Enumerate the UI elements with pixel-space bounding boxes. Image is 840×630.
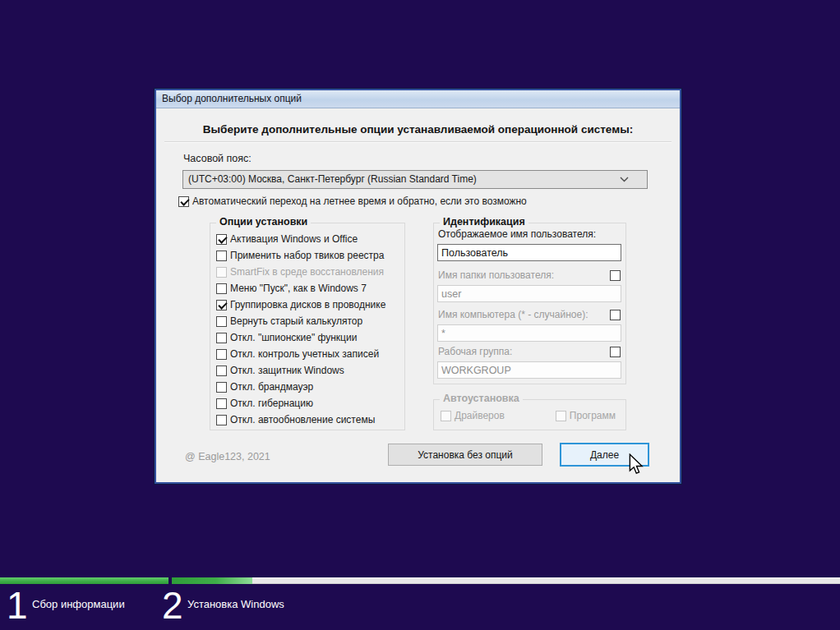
- autoinstall-label: Программ: [570, 410, 616, 421]
- install-option-label: SmartFix в среде восстановления: [230, 266, 384, 278]
- field-label: Отображаемое имя пользователя:: [438, 228, 596, 240]
- install-option-label: Группировка дисков в проводнике: [230, 299, 385, 310]
- identification-input: [437, 285, 621, 302]
- install-option-checkbox[interactable]: [216, 398, 227, 409]
- install-option-row[interactable]: Откл. гибернацию: [216, 395, 401, 412]
- step-2-label: Установка Windows: [187, 598, 284, 610]
- autoinstall-list: ДрайверовПрограмм: [441, 410, 616, 421]
- install-option-row[interactable]: Вернуть старый калькулятор: [216, 313, 401, 329]
- install-option-label: Откл. брандмауэр: [230, 381, 313, 393]
- field-label-row: Рабочая группа:: [438, 345, 621, 358]
- autoinstall-checkbox: [556, 411, 566, 421]
- install-option-checkbox[interactable]: [216, 234, 227, 245]
- install-option-checkbox[interactable]: [216, 349, 227, 360]
- install-option-label: Откл. "шпионские" функции: [230, 332, 357, 343]
- install-option-checkbox[interactable]: [216, 300, 227, 310]
- field-label-row: Отображаемое имя пользователя:: [438, 228, 621, 241]
- heading-divider: [164, 141, 672, 143]
- install-option-checkbox: [216, 267, 227, 278]
- field-label: Имя компьютера (* - случайное):: [438, 309, 588, 320]
- install-option-label: Откл. автообновление системы: [230, 414, 375, 425]
- autoinstall-group-title: Автоустановка: [440, 393, 523, 404]
- install-option-row[interactable]: Группировка дисков в проводнике: [216, 297, 401, 313]
- mouse-cursor-icon: [629, 453, 644, 480]
- autoinstall-row: Программ: [556, 410, 616, 421]
- install-option-label: Откл. контроль учетных записей: [230, 348, 379, 360]
- identification-input: [437, 361, 621, 379]
- credit-text: @ Eagle123, 2021: [185, 451, 270, 462]
- progress-segment-2: [172, 577, 840, 584]
- install-options-list: Активация Windows и OfficeПрименить набо…: [216, 231, 401, 428]
- install-option-row[interactable]: Применить набор твиков реестра: [216, 247, 401, 264]
- identification-group: Идентификация Отображаемое имя пользоват…: [433, 223, 626, 384]
- progress-fill-2: [172, 577, 252, 584]
- timezone-selected-value: (UTC+03:00) Москва, Санкт-Петербург (Rus…: [188, 171, 477, 188]
- install-without-options-button[interactable]: Установка без опций: [388, 444, 542, 466]
- enable-field-checkbox[interactable]: [610, 310, 621, 320]
- install-option-row[interactable]: Активация Windows и Office: [216, 231, 401, 247]
- step-2-number: 2: [162, 586, 183, 624]
- autoinstall-checkbox: [441, 411, 451, 421]
- install-option-label: Применить набор твиков реестра: [230, 250, 384, 261]
- dialog-heading: Выберите дополнительные опции устанавлив…: [156, 123, 680, 136]
- field-label-row: Имя папки пользователя:: [438, 269, 621, 282]
- install-option-checkbox[interactable]: [216, 415, 227, 425]
- install-option-label: Меню "Пуск", как в Windows 7: [230, 283, 367, 294]
- dialog-title: Выбор дополнительных опций: [162, 93, 302, 104]
- identification-input: [437, 324, 621, 342]
- install-options-group-title: Опции установки: [216, 216, 311, 228]
- autoinstall-row: Драйверов: [441, 410, 505, 421]
- chevron-down-icon: [620, 171, 629, 188]
- progress-segment-1: [0, 577, 168, 584]
- install-option-checkbox[interactable]: [216, 366, 227, 376]
- field-label-row: Имя компьютера (* - случайное):: [438, 308, 621, 321]
- autoinstall-label: Драйверов: [455, 410, 505, 421]
- options-dialog: Выбор дополнительных опций Выберите допо…: [155, 89, 681, 484]
- dst-checkbox[interactable]: [178, 196, 189, 207]
- timezone-select[interactable]: (UTC+03:00) Москва, Санкт-Петербург (Rus…: [182, 170, 648, 189]
- install-option-label: Активация Windows и Office: [230, 233, 358, 245]
- install-option-row: SmartFix в среде восстановления: [216, 264, 401, 280]
- enable-field-checkbox[interactable]: [610, 347, 621, 357]
- install-option-row[interactable]: Откл. брандмауэр: [216, 379, 401, 395]
- dst-checkbox-label: Автоматический переход на летнее время и…: [192, 195, 527, 207]
- timezone-label: Часовой пояс:: [183, 153, 252, 164]
- install-option-label: Откл. гибернацию: [230, 398, 313, 409]
- install-option-checkbox[interactable]: [216, 333, 227, 343]
- step-1-label: Сбор информации: [32, 598, 125, 610]
- install-option-row[interactable]: Откл. "шпионские" функции: [216, 329, 401, 346]
- install-option-checkbox[interactable]: [216, 382, 227, 393]
- install-option-checkbox[interactable]: [216, 251, 227, 261]
- step-1-number: 1: [7, 586, 28, 624]
- identification-input[interactable]: [437, 244, 621, 261]
- install-option-row[interactable]: Откл. автообновление системы: [216, 412, 401, 428]
- install-option-label: Вернуть старый калькулятор: [230, 315, 362, 327]
- install-option-row[interactable]: Откл. контроль учетных записей: [216, 346, 401, 362]
- install-option-row[interactable]: Откл. защитник Windows: [216, 362, 401, 379]
- field-label: Рабочая группа:: [438, 346, 512, 357]
- field-label: Имя папки пользователя:: [438, 269, 554, 281]
- install-option-checkbox[interactable]: [216, 283, 227, 294]
- autoinstall-group: Автоустановка ДрайверовПрограмм: [433, 399, 626, 430]
- dst-checkbox-row[interactable]: Автоматический переход на летнее время и…: [178, 195, 527, 207]
- install-option-label: Откл. защитник Windows: [230, 365, 344, 376]
- enable-field-checkbox[interactable]: [610, 270, 621, 281]
- install-option-row[interactable]: Меню "Пуск", как в Windows 7: [216, 280, 401, 297]
- install-options-group: Опции установки Активация Windows и Offi…: [210, 223, 405, 430]
- identification-group-title: Идентификация: [440, 216, 528, 228]
- install-option-checkbox[interactable]: [216, 316, 227, 327]
- dialog-titlebar[interactable]: Выбор дополнительных опций: [156, 90, 680, 108]
- progress-fill-1: [0, 577, 168, 584]
